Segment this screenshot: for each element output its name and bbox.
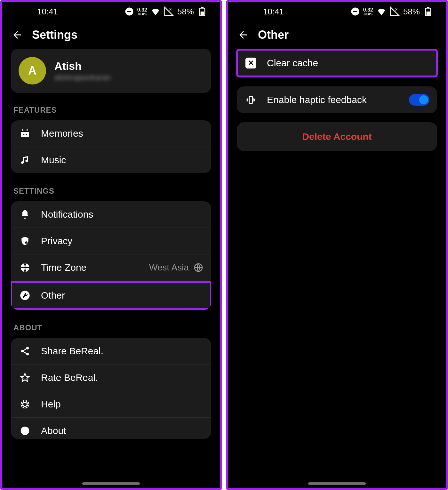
help-icon	[20, 399, 30, 409]
svg-rect-30	[249, 96, 253, 103]
haptic-card: Enable haptic feedback	[237, 86, 437, 113]
delete-account-button[interactable]: Delete Account	[237, 122, 437, 151]
row-label: Rate BeReal.	[41, 372, 204, 383]
status-bar: 10:41 0.32 KB/S x 58%	[2, 2, 220, 21]
clear-icon: ✕	[245, 58, 256, 68]
svg-rect-4	[201, 12, 204, 15]
about-list: Share BeReal. Rate BeReal. Help About	[11, 338, 211, 439]
svg-point-12	[26, 134, 27, 135]
wifi-icon	[150, 6, 161, 17]
row-timezone[interactable]: Time Zone West Asia	[11, 254, 211, 281]
section-label-about: ABOUT	[13, 323, 211, 332]
row-about[interactable]: About	[11, 417, 211, 439]
svg-rect-25	[353, 11, 357, 12]
status-right: 0.32 KB/S x 58%	[350, 6, 433, 17]
page-title: Settings	[32, 28, 77, 42]
battery-icon	[197, 6, 207, 17]
row-label: Notifications	[41, 209, 204, 220]
svg-point-23	[21, 427, 29, 435]
svg-rect-7	[21, 131, 29, 132]
dnd-icon	[350, 7, 360, 16]
svg-point-10	[23, 134, 24, 135]
status-right: 0.32 KB/S x 58%	[124, 6, 207, 17]
shield-icon: e	[20, 236, 30, 246]
timezone-value-trail: West Asia	[149, 262, 204, 273]
bell-icon	[20, 209, 30, 220]
globe-icon	[20, 262, 30, 273]
svg-point-22	[23, 403, 27, 406]
star-icon	[20, 373, 30, 383]
status-bar: 10:41 0.32 KB/S x 58%	[228, 2, 446, 21]
nav-pill[interactable]	[308, 482, 366, 485]
svg-text:x: x	[395, 7, 397, 12]
wifi-icon	[376, 6, 387, 17]
signal-icon: x	[390, 6, 400, 17]
row-notifications[interactable]: Notifications	[11, 201, 211, 228]
row-other[interactable]: Other	[12, 283, 210, 308]
row-privacy[interactable]: e Privacy	[11, 228, 211, 254]
profile-name: Atish	[54, 60, 111, 72]
timezone-value: West Asia	[149, 262, 189, 273]
row-clear-cache[interactable]: ✕ Clear cache	[238, 51, 436, 76]
row-help[interactable]: Help	[11, 391, 211, 417]
calendar-icon	[20, 128, 30, 139]
row-label: Music	[41, 155, 204, 165]
status-time: 10:41	[263, 7, 284, 17]
row-other-highlight: Other	[11, 281, 211, 310]
page-title: Other	[258, 28, 289, 42]
row-label: Share BeReal.	[41, 346, 204, 357]
row-clear-cache-highlight: ✕ Clear cache	[236, 49, 438, 77]
settings-list: Notifications e Privacy Time Zone West A…	[11, 201, 211, 310]
row-label: Privacy	[41, 236, 204, 246]
nav-pill[interactable]	[82, 482, 140, 485]
section-label-settings: SETTINGS	[13, 187, 211, 196]
row-label: Other	[41, 290, 204, 301]
share-icon	[20, 346, 30, 356]
battery-pct: 58%	[177, 7, 194, 17]
delete-label: Delete Account	[302, 131, 372, 142]
haptic-icon	[246, 95, 256, 105]
globe-outline-icon	[193, 262, 204, 273]
svg-rect-9	[27, 129, 28, 131]
haptic-toggle[interactable]	[409, 94, 429, 106]
row-memories[interactable]: Memories	[11, 120, 211, 147]
svg-rect-8	[22, 129, 23, 131]
section-label-features: FEATURES	[13, 106, 211, 115]
row-label: Memories	[41, 128, 204, 139]
svg-rect-29	[427, 7, 429, 8]
dnd-icon	[124, 7, 134, 16]
svg-rect-5	[201, 7, 204, 8]
row-rate[interactable]: Rate BeReal.	[11, 364, 211, 391]
phone-screen-settings: 10:41 0.32 KB/S x 58% Settings A Atish a…	[0, 0, 222, 490]
features-list: Memories Music	[11, 120, 211, 173]
row-label: Time Zone	[41, 262, 140, 273]
svg-point-11	[25, 134, 26, 135]
row-music[interactable]: Music	[11, 147, 211, 173]
back-arrow-icon[interactable]	[237, 29, 249, 41]
battery-pct: 58%	[403, 7, 420, 17]
svg-text:x: x	[169, 7, 172, 12]
row-label: Clear cache	[267, 58, 429, 68]
nav-header: Other	[228, 21, 446, 49]
net-speed: 0.32 KB/S	[363, 7, 373, 16]
nav-header: Settings	[2, 21, 220, 49]
row-share[interactable]: Share BeReal.	[11, 338, 211, 364]
battery-icon	[423, 6, 433, 17]
svg-rect-1	[127, 11, 132, 12]
phone-screen-other: 10:41 0.32 KB/S x 58% Other ✕ Clear cach…	[226, 0, 448, 490]
back-arrow-icon[interactable]	[12, 29, 23, 41]
row-label: Help	[41, 399, 204, 410]
signal-icon: x	[164, 6, 174, 17]
status-time: 10:41	[37, 7, 58, 17]
profile-username: atishrajasekaran	[54, 73, 111, 82]
wrench-icon	[20, 290, 30, 301]
avatar: A	[19, 57, 46, 84]
info-icon	[20, 426, 30, 436]
net-speed: 0.32 KB/S	[137, 7, 147, 16]
profile-card[interactable]: A Atish atishrajasekaran	[11, 49, 211, 93]
row-label: About	[41, 425, 204, 436]
svg-rect-28	[427, 12, 430, 15]
music-icon	[20, 155, 30, 165]
row-haptic: Enable haptic feedback	[237, 86, 437, 113]
svg-text:e: e	[25, 242, 27, 245]
